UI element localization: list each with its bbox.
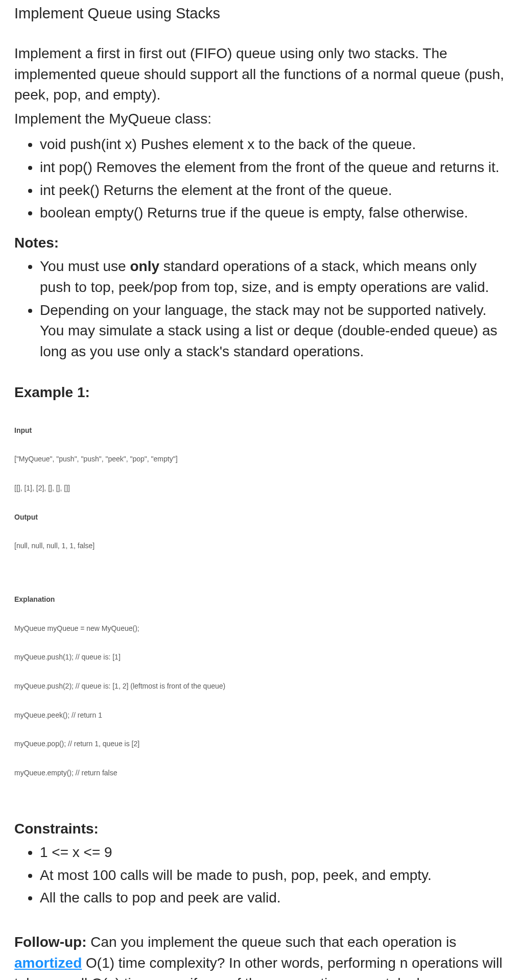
method-item: boolean empty() Returns true if the queu… [40, 203, 505, 224]
amortized-link[interactable]: amortized [14, 955, 82, 971]
explanation-line: myQueue.empty(); // return false [14, 768, 505, 778]
method-item: int peek() Returns the element at the fr… [40, 180, 505, 201]
input-label: Input [14, 426, 32, 434]
method-list: void push(int x) Pushes element x to the… [14, 134, 505, 223]
method-item: int pop() Removes the element from the f… [40, 157, 505, 178]
constraint-item: All the calls to pop and peek are valid. [40, 888, 505, 909]
input-line: ["MyQueue", "push", "push", "peek", "pop… [14, 454, 505, 464]
constraints-heading: Constraints: [14, 819, 505, 840]
followup-label: Follow-up: [14, 934, 87, 950]
explanation-line: myQueue.push(1); // queue is: [1] [14, 652, 505, 662]
intro-block: Implement a first in first out (FIFO) qu… [14, 43, 505, 129]
explanation-label: Explanation [14, 595, 55, 603]
example-heading: Example 1: [14, 382, 505, 403]
notes-heading: Notes: [14, 233, 505, 254]
method-item: void push(int x) Pushes element x to the… [40, 134, 505, 155]
example-io-block: Input ["MyQueue", "push", "push", "peek"… [14, 406, 505, 570]
notes-list: You must use only standard operations of… [14, 256, 505, 362]
constraint-item: At most 100 calls will be made to push, … [40, 865, 505, 886]
explanation-line: myQueue.push(2); // queue is: [1, 2] (le… [14, 681, 505, 691]
note-text-pre: You must use [40, 258, 130, 274]
example-explanation-block: Explanation MyQueue myQueue = new MyQueu… [14, 575, 505, 797]
followup-text-post: O(1) time complexity? In other words, pe… [14, 955, 502, 980]
output-line: [null, null, null, 1, 1, false] [14, 541, 505, 551]
problem-title: Implement Queue using Stacks [14, 3, 505, 24]
followup-paragraph: Follow-up: Can you implement the queue s… [14, 932, 505, 980]
note-item: Depending on your language, the stack ma… [40, 300, 505, 362]
explanation-line: myQueue.pop(); // return 1, queue is [2] [14, 739, 505, 749]
problem-page: Implement Queue using Stacks Implement a… [0, 0, 519, 980]
explanation-line: myQueue.peek(); // return 1 [14, 710, 505, 720]
note-item: You must use only standard operations of… [40, 256, 505, 298]
intro-paragraph-2: Implement the MyQueue class: [14, 109, 505, 130]
input-line: [[], [1], [2], [], [], []] [14, 483, 505, 493]
constraints-list: 1 <= x <= 9 At most 100 calls will be ma… [14, 842, 505, 909]
note-text-strong: only [130, 258, 159, 274]
intro-paragraph-1: Implement a first in first out (FIFO) qu… [14, 43, 505, 106]
output-label: Output [14, 513, 38, 521]
explanation-line: MyQueue myQueue = new MyQueue(); [14, 624, 505, 633]
constraint-item: 1 <= x <= 9 [40, 842, 505, 863]
followup-text-pre: Can you implement the queue such that ea… [87, 934, 457, 950]
